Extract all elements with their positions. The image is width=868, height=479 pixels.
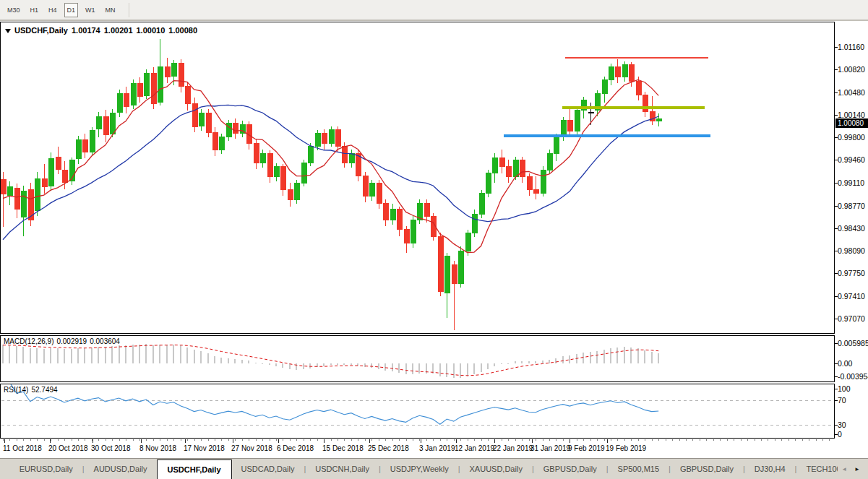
rsi-axis-label: 30 xyxy=(838,420,846,429)
timeframe-button-w1[interactable]: W1 xyxy=(82,3,98,17)
date-axis-label: 9 Feb 2019 xyxy=(568,444,605,452)
chart-title: USDCHF,Daily1.001741.002011.000101.00080 xyxy=(5,26,201,35)
date-axis-label: 30 Oct 2018 xyxy=(91,444,130,452)
macd-main-value: 0.002919 xyxy=(56,337,87,345)
price-axis-label: 0.98090 xyxy=(838,246,865,255)
macd-name: MACD(12,26,9) xyxy=(4,337,53,345)
chart-tab-sp500-m15[interactable]: SP500,M15 xyxy=(609,465,669,473)
price-axis-label: 0.97750 xyxy=(838,269,865,277)
price-axis-label: 0.99800 xyxy=(838,133,865,142)
toolbar-separator xyxy=(129,3,129,17)
macd-signal-value: 0.003604 xyxy=(90,337,120,345)
date-axis-label: 17 Nov 2018 xyxy=(184,444,225,452)
chart-tab-usdchf-daily[interactable]: USDCHF,Daily xyxy=(157,459,232,479)
rsi-panel[interactable]: RSI(14)52.7494 xyxy=(0,384,835,439)
mt4-workspace: M30H1H4D1W1MN USDCHF,Daily1.001741.00201… xyxy=(0,0,868,479)
chart-tab-eurusd-daily[interactable]: EURUSD,Daily xyxy=(10,465,82,473)
chart-tab-tech100-[interactable]: TECH100, xyxy=(796,465,838,473)
price-chart-panel[interactable]: USDCHF,Daily1.001741.002011.000101.00080 xyxy=(0,22,835,334)
tab-scroll-arrows: ◄ ► xyxy=(838,465,868,474)
price-axis-label: 1.00480 xyxy=(838,88,865,97)
timeframe-toolbar: M30H1H4D1W1MN xyxy=(0,0,868,21)
date-axis-label: 19 Feb 2019 xyxy=(606,444,646,452)
date-axis-label: 25 Dec 2018 xyxy=(368,444,409,452)
date-axis-label: 15 Dec 2018 xyxy=(322,444,364,452)
rsi-axis-label: 100 xyxy=(838,384,851,393)
timeframe-button-h4[interactable]: H4 xyxy=(46,3,60,17)
date-axis-label: 27 Nov 2018 xyxy=(231,444,272,452)
price-axis-label: 0.99110 xyxy=(838,178,864,187)
date-axis-label: 12 Jan 2019 xyxy=(455,444,494,452)
macd-panel[interactable]: MACD(12,26,9)0.0029190.003604 xyxy=(0,335,835,382)
price-axis-label: 0.99460 xyxy=(838,155,865,164)
rsi-axis-label: 70 xyxy=(838,396,846,405)
chart-tab-usdcad-daily[interactable]: USDCAD,Daily xyxy=(232,465,304,473)
tab-scroll-right-icon[interactable]: ► xyxy=(851,465,864,474)
chart-close-value: 1.00080 xyxy=(168,26,197,35)
macd-axis-label: 0.005985 xyxy=(838,339,868,348)
macd-label: MACD(12,26,9)0.0029190.003604 xyxy=(4,337,123,345)
timeframe-button-mn[interactable]: MN xyxy=(103,3,119,17)
price-axis-label: 1.00820 xyxy=(838,65,865,74)
rsi-name: RSI(14) xyxy=(4,386,28,394)
chart-tab-usdcnh-daily[interactable]: USDCNH,Daily xyxy=(306,465,379,473)
rsi-label: RSI(14)52.7494 xyxy=(4,386,61,394)
chart-high-value: 1.00201 xyxy=(104,26,133,35)
price-axis-label: 0.98770 xyxy=(838,202,865,210)
date-axis[interactable]: 11 Oct 201820 Oct 201830 Oct 20188 Nov 2… xyxy=(0,439,835,458)
macd-axis-label: -0.003954 xyxy=(838,372,868,381)
rsi-value: 52.7494 xyxy=(31,386,57,394)
timeframe-button-m30[interactable]: M30 xyxy=(4,3,23,17)
current-price-badge: 1.00080 xyxy=(835,118,868,128)
chart-tab-gbpusd-daily[interactable]: GBPUSD,Daily xyxy=(671,465,743,473)
price-axis-label: 1.01160 xyxy=(838,43,864,51)
date-axis-label: 20 Oct 2018 xyxy=(48,444,87,452)
chart-symbol-label: USDCHF,Daily xyxy=(14,26,68,35)
tab-scroll-left-icon[interactable]: ◄ xyxy=(838,465,851,474)
date-axis-label: 22 Jan 2019 xyxy=(493,444,533,452)
chart-tab-gbpusd-daily[interactable]: GBPUSD,Daily xyxy=(534,465,606,473)
date-axis-label: 3 Jan 2019 xyxy=(419,444,455,452)
chart-open-value: 1.00174 xyxy=(72,26,100,35)
macd-plot-canvas[interactable] xyxy=(1,336,834,381)
macd-axis-label: 0.00 xyxy=(838,359,852,368)
price-axis-label: 0.98430 xyxy=(838,224,865,233)
price-axis-label: 0.97410 xyxy=(838,292,865,301)
date-axis-label: 31 Jan 2019 xyxy=(530,444,570,452)
timeframe-button-h1[interactable]: H1 xyxy=(27,3,42,17)
date-axis-label: 6 Dec 2018 xyxy=(277,444,314,452)
chart-tab-audusd-daily[interactable]: AUDUSD,Daily xyxy=(85,465,157,473)
date-axis-label: 8 Nov 2018 xyxy=(139,444,176,452)
chart-tab-usdjpy-weekly[interactable]: USDJPY,Weekly xyxy=(381,465,458,473)
price-axis-label: 0.97070 xyxy=(838,314,865,323)
chart-low-value: 1.00010 xyxy=(137,26,166,35)
chart-tab-xauusd-daily[interactable]: XAUUSD,Daily xyxy=(460,465,532,473)
timeframe-button-d1[interactable]: D1 xyxy=(64,3,79,17)
chart-tab-bar: EURUSD,Daily|AUDUSD,DailyUSDCHF,DailyUSD… xyxy=(0,458,868,479)
rsi-plot-canvas[interactable] xyxy=(1,384,834,438)
chart-tab-dj30-h4[interactable]: DJ30,H4 xyxy=(745,465,795,473)
rsi-axis-label: 0 xyxy=(838,430,842,439)
chart-dropdown-icon[interactable] xyxy=(5,29,11,33)
date-axis-label: 11 Oct 2018 xyxy=(3,444,42,452)
price-plot-canvas[interactable] xyxy=(1,22,834,333)
